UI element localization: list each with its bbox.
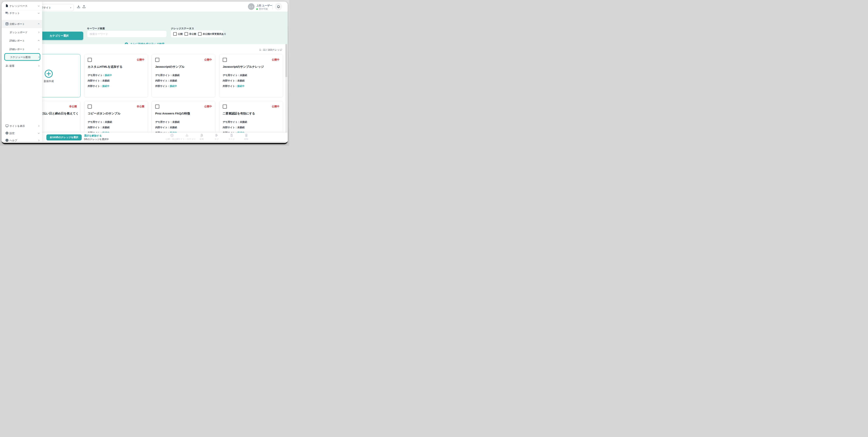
avatar[interactable]: 上ユ [248, 3, 254, 10]
svg-text:?: ? [6, 139, 7, 141]
bulk-action-bar: 全183件のナレッジを選択 選択を解除する 0件のナレッジを選択中 公開・非公開… [2, 132, 288, 142]
chevron-down-icon [37, 12, 40, 14]
chevron-up-icon [37, 23, 40, 25]
action-label: 複製 [199, 138, 204, 141]
action-label: 公開・非公開 [166, 138, 179, 141]
site-line-internal: 内部サイト :未接続 [155, 126, 177, 129]
chevron-down-icon: ▾ [70, 4, 71, 11]
status-option-private[interactable]: 非公開 [185, 32, 196, 36]
site-line-demo: デモ用サイト :未接続 [155, 120, 180, 124]
gear-icon [5, 131, 9, 135]
sidebar-item-label: 分析レポート [9, 22, 25, 26]
sidebar-item-knowledge-base[interactable]: ナレッジベース [2, 2, 42, 10]
status-option-public[interactable]: 公開 [173, 32, 183, 36]
knowledge-card[interactable]: 公開中 Javascriptのサンプル デモ用サイト :未接続 内部サイト :未… [152, 54, 216, 97]
sidebar-item-label: 詳細レポート [9, 48, 25, 51]
status-badge: 公開中 [204, 58, 212, 61]
status-option-unpublished-changes[interactable]: 未公開の変更箇所あり [198, 32, 226, 36]
user-name[interactable]: 上田 ユーザー [256, 4, 272, 7]
card-title: Javascriptのサンプルナレッジ [223, 65, 281, 69]
card-checkbox[interactable] [88, 58, 92, 62]
sidebar-item-label: サイトを表示 [9, 124, 25, 128]
status-badge: 非公開 [137, 105, 144, 108]
monitor-icon [5, 124, 9, 128]
card-checkbox[interactable] [223, 58, 227, 62]
sidebar-item-detail-report-parent[interactable]: 詳細レポート [2, 37, 42, 44]
checkbox-icon[interactable] [198, 32, 202, 36]
sidebar-item-schedule-delivery[interactable]: スケジュール配信 [4, 53, 40, 61]
knowledge-card[interactable]: 公開中 カスタムHTMLを追加する デモ用サイト :接続中 内部サイト :未接続… [84, 54, 148, 97]
deselect-link[interactable]: 選択を解除する [84, 134, 102, 137]
site-line-demo: デモ用サイト :接続中 [88, 74, 112, 77]
status-option-label: 公開 [178, 32, 183, 36]
chevron-up-icon [37, 39, 40, 42]
status-badge: 公開中 [137, 58, 144, 61]
status-option-label: 未公開の変更箇所あり [203, 32, 226, 36]
selection-status: 0件のナレッジを選択中 [84, 138, 109, 141]
download-icon[interactable] [76, 5, 81, 9]
checkbox-icon[interactable] [185, 32, 188, 36]
action-duplicate[interactable]: 複製 [194, 133, 209, 141]
site-line-internal: 内部サイト :未接続 [88, 126, 110, 129]
tag-icon [215, 133, 219, 137]
status-badge: 公開中 [272, 105, 279, 108]
sidebar-item-customers[interactable]: 顧客 [2, 62, 42, 70]
site-line-external: 外部サイト :接続中 [223, 85, 245, 88]
chevron-down-icon [37, 132, 40, 134]
site-line-internal: 内部サイト :未接続 [223, 79, 245, 83]
status-badge: 公開中 [204, 105, 212, 108]
sidebar-item-detail-report[interactable]: 詳細レポート [2, 45, 42, 53]
sidebar-item-label: ダッシュボード [9, 31, 28, 34]
action-label: 削除 [244, 138, 249, 141]
status-badge: 公開中 [272, 58, 279, 61]
action-delete[interactable]: 削除 [239, 133, 254, 141]
action-label: サイト・カテゴリ [178, 138, 196, 141]
select-all-button[interactable]: 全183件のナレッジを選択 [46, 134, 82, 141]
action-tag[interactable]: タグ [209, 133, 224, 141]
notifications-button[interactable] [275, 3, 282, 10]
bell-icon [277, 5, 280, 8]
action-site-category[interactable]: サイト・カテゴリ [180, 133, 194, 141]
user-status: 受付可能 [256, 7, 268, 10]
filter-section: カテゴリー選択 キーワード検索 ナレッジステータス 公開 非公開 未公開の変更箇… [2, 12, 288, 44]
sidebar-menu: ナレッジベース チケット 分析レポート ダッシュボード [2, 2, 42, 143]
task-icon [229, 133, 234, 137]
people-icon [5, 64, 9, 67]
checkbox-icon[interactable] [173, 32, 177, 36]
sidebar-item-dashboard[interactable]: ダッシュボード [2, 28, 42, 36]
status-option-label: 非公開 [189, 32, 196, 36]
action-task[interactable]: タスク [224, 133, 239, 141]
sidebar-item-label: スケジュール配信 [10, 56, 31, 59]
user-status-label: 受付可能 [259, 7, 268, 10]
knowledge-card[interactable]: 公開中 Javascriptのサンプルナレッジ デモ用サイト :未接続 内部サイ… [219, 54, 283, 97]
site-line-internal: 内部サイト :未接続 [155, 79, 177, 83]
sidebar-item-tickets[interactable]: チケット [2, 9, 42, 17]
knowledge-list: 1 - 11 / 183ナレッジ 新規作成 公開中 カスタムHTMLを追加する … [2, 44, 288, 132]
copy-icon [199, 133, 204, 137]
card-checkbox[interactable] [155, 58, 159, 62]
sidebar-item-settings[interactable]: 設定 [2, 129, 42, 137]
card-checkbox[interactable] [88, 104, 92, 108]
site-line-external: 外部サイト :接続中 [155, 85, 177, 88]
globe-icon [170, 133, 174, 137]
site-line-external: 外部サイト :接続中 [88, 85, 110, 88]
sidebar-item-help[interactable]: ? ヘルプ [2, 136, 42, 144]
upload-icon[interactable] [82, 5, 86, 9]
sidebar-item-label: チケット [9, 11, 20, 15]
page: 部サイト ▾ 上ユ 上田 ユーザー 受付可能 カテゴリー選択 キーワード検索 [0, 0, 289, 146]
action-publish-unpublish[interactable]: 公開・非公開 [164, 133, 180, 141]
chat-icon [5, 11, 9, 15]
card-checkbox[interactable] [155, 104, 159, 108]
card-title: Javascriptのサンプル [155, 65, 213, 69]
status-badge: 非公開 [69, 105, 77, 108]
topbar-divider [272, 4, 273, 9]
scrollbar-thumb[interactable] [285, 44, 287, 77]
sidebar-item-label: 設定 [9, 131, 14, 135]
sidebar-item-analytics-report[interactable]: 分析レポート [2, 20, 42, 28]
card-checkbox[interactable] [223, 104, 227, 108]
site-line-demo: デモ用サイト :未接続 [223, 120, 247, 124]
chevron-right-icon [37, 139, 40, 142]
keyword-search-input[interactable] [87, 30, 167, 37]
action-label: タグ [214, 138, 219, 141]
sidebar-item-view-site[interactable]: サイトを表示 [2, 122, 42, 130]
